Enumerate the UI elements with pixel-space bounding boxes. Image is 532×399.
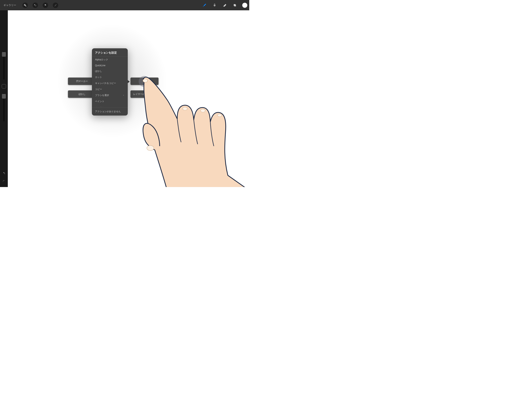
chevron-right-icon <box>123 94 125 97</box>
action-item[interactable]: コピー <box>92 86 128 92</box>
action-item[interactable]: ペイント <box>92 98 128 104</box>
action-item[interactable]: キャンバスをコピー <box>92 80 128 86</box>
action-item[interactable]: ブラシを選択 <box>92 92 128 98</box>
opacity-slider[interactable] <box>3 93 5 121</box>
quickmenu-label: レイヤーの <box>133 93 145 96</box>
action-item-label: ペースト <box>95 106 104 107</box>
action-item-label: カット <box>95 76 102 79</box>
top-toolbar: ギャラリー <box>0 0 249 10</box>
toolbar-right-group <box>202 3 247 8</box>
brush-icon[interactable] <box>202 3 207 8</box>
action-item[interactable]: カット <box>92 74 128 80</box>
left-sidebar <box>0 10 8 187</box>
action-item-label: ぼかし <box>95 70 102 73</box>
adjust-icon[interactable] <box>32 3 38 8</box>
popover-footer-no-action[interactable]: アクションがありません <box>92 107 128 116</box>
modify-button[interactable] <box>2 84 6 89</box>
brush-size-thumb[interactable] <box>2 52 6 57</box>
canvas[interactable] <box>8 13 249 187</box>
redo-icon[interactable] <box>2 179 6 183</box>
smudge-icon[interactable] <box>212 3 217 8</box>
popover-title: アクションを設定 <box>92 48 128 57</box>
opacity-thumb[interactable] <box>2 94 6 99</box>
action-item[interactable]: QuickLine <box>92 63 128 68</box>
quickmenu-label: ぼかし <box>78 93 85 96</box>
action-item[interactable]: ペースト <box>92 104 128 107</box>
action-item-label: コピー <box>95 88 102 91</box>
undo-redo-group <box>2 171 6 183</box>
action-item[interactable]: ぼかし <box>92 68 128 74</box>
toolbar-left-group: ギャラリー <box>2 3 58 8</box>
undo-icon[interactable] <box>2 171 6 175</box>
action-item-label: Alphaロック <box>95 58 108 61</box>
quickmenu-slot-top-right[interactable] <box>130 77 158 85</box>
action-item-label: QuickLine <box>95 64 105 67</box>
selection-icon[interactable] <box>43 3 48 8</box>
layers-icon[interactable] <box>232 3 238 8</box>
action-item-label: キャンバスをコピー <box>95 82 116 85</box>
brush-size-slider[interactable] <box>3 51 5 79</box>
action-item-label: ペイント <box>95 100 104 103</box>
gallery-button[interactable]: ギャラリー <box>2 3 18 8</box>
eraser-icon[interactable] <box>222 3 228 8</box>
quickmenu-label: 円マーカー <box>76 80 88 83</box>
color-picker-icon[interactable] <box>242 3 247 8</box>
action-select-popover: アクションを設定 Alphaロック QuickLine ぼかし カット キャンバ… <box>92 48 128 116</box>
actions-icon[interactable] <box>22 3 28 8</box>
action-item-label: ブラシを選択 <box>95 94 109 97</box>
action-item[interactable]: Alphaロック <box>92 57 128 63</box>
quickmenu-slot-bottom-right[interactable]: レイヤーの <box>130 90 158 98</box>
transform-icon[interactable] <box>53 3 58 8</box>
popover-list[interactable]: Alphaロック QuickLine ぼかし カット キャンバスをコピー コピー… <box>92 57 128 107</box>
